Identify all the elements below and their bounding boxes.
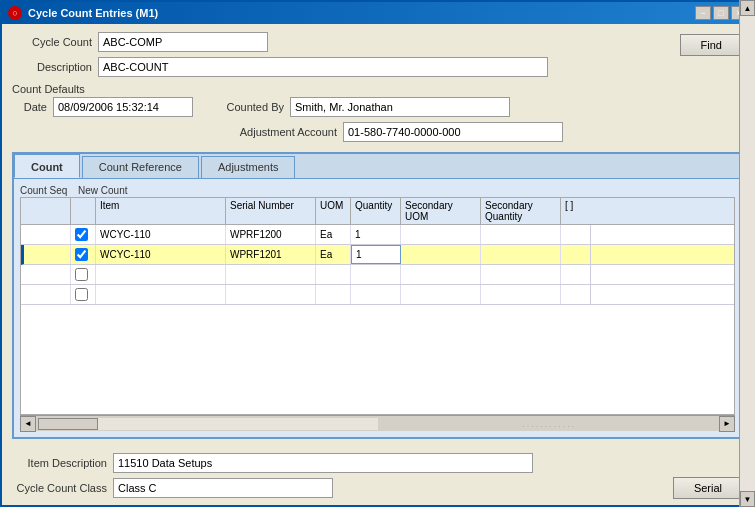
cell-extra-1 — [561, 245, 591, 264]
col-item-header: Item — [96, 198, 226, 224]
col-secuom-header: Secondary UOM — [401, 198, 481, 224]
cell-extra-3 — [561, 285, 591, 304]
item-description-label: Item Description — [12, 457, 107, 469]
date-input[interactable] — [53, 97, 193, 117]
bottom-section: Item Description Cycle Count Class Seria… — [2, 447, 753, 505]
date-label: Date — [12, 101, 47, 113]
cell-serial-1: WPRF1201 — [226, 245, 316, 264]
item-description-row: Item Description — [12, 453, 743, 473]
cell-qty-1[interactable] — [351, 245, 401, 264]
title-bar: ○ Cycle Count Entries (M1) − □ × — [2, 2, 753, 24]
scroll-right-button[interactable]: ► — [719, 416, 735, 432]
cell-secqty-1 — [481, 245, 561, 264]
cycle-count-class-row: Cycle Count Class Serial — [12, 477, 743, 499]
col-serial-header: Serial Number — [226, 198, 316, 224]
cell-seq-1 — [24, 245, 71, 264]
cycle-count-class-input[interactable] — [113, 478, 333, 498]
counted-by-label: Counted By — [209, 101, 284, 113]
cell-item-1: WCYC-110 — [96, 245, 226, 264]
table-row: WCYC-110 WPRF1200 Ea 1 — [21, 225, 734, 245]
table-row: WCYC-110 WPRF1201 Ea — [21, 245, 734, 265]
cell-item-3 — [96, 285, 226, 304]
find-button[interactable]: Find — [680, 34, 743, 56]
description-input[interactable] — [98, 57, 548, 77]
window-title: Cycle Count Entries (M1) — [28, 7, 689, 19]
cell-uom-0: Ea — [316, 225, 351, 244]
row-checkbox-2[interactable] — [75, 268, 88, 281]
cell-check-3[interactable] — [71, 285, 96, 304]
tab-count-content: Count Seq New Count Item Serial Number U… — [14, 179, 741, 437]
main-window: ○ Cycle Count Entries (M1) − □ × Cycle C… — [0, 0, 755, 507]
window-icon: ○ — [8, 6, 22, 20]
adjustment-account-input[interactable] — [343, 122, 563, 142]
count-seq-header: Count Seq — [20, 185, 70, 196]
cycle-count-label: Cycle Count — [12, 36, 92, 48]
counted-by-input[interactable] — [290, 97, 510, 117]
cell-secuom-1 — [401, 245, 481, 264]
cell-qty-2 — [351, 265, 401, 284]
description-label: Description — [12, 61, 92, 73]
cycle-count-class-label: Cycle Count Class — [12, 482, 107, 494]
cell-check-0[interactable] — [71, 225, 96, 244]
scroll-decoration: ............ — [380, 419, 720, 429]
cell-item-2 — [96, 265, 226, 284]
cell-secqty-2 — [481, 265, 561, 284]
h-scroll-track — [38, 418, 378, 430]
cell-qty-0: 1 — [351, 225, 401, 244]
cell-secqty-3 — [481, 285, 561, 304]
table-row — [21, 285, 734, 305]
qty-input-1[interactable] — [356, 249, 396, 260]
horizontal-scrollbar[interactable]: ◄ ............ ► — [20, 415, 735, 431]
cell-serial-2 — [226, 265, 316, 284]
col-qty-header: Quantity — [351, 198, 401, 224]
new-count-header: New Count — [70, 185, 140, 196]
row-checkbox-0[interactable] — [75, 228, 88, 241]
cell-extra-2 — [561, 265, 591, 284]
cell-uom-1: Ea — [316, 245, 351, 264]
maximize-button[interactable]: □ — [713, 6, 729, 20]
cycle-count-input[interactable] — [98, 32, 268, 52]
row-checkbox-3[interactable] — [75, 288, 88, 301]
col-uom-header: UOM — [316, 198, 351, 224]
count-defaults-label: Count Defaults — [12, 83, 743, 95]
description-row: Description — [12, 57, 670, 77]
cell-serial-0: WPRF1200 — [226, 225, 316, 244]
cell-check-2[interactable] — [71, 265, 96, 284]
row-checkbox-1[interactable] — [75, 248, 88, 261]
cell-extra-0 — [561, 225, 591, 244]
cell-seq-3 — [21, 285, 71, 304]
tab-count[interactable]: Count — [14, 154, 80, 178]
cell-secuom-2 — [401, 265, 481, 284]
cell-uom-3 — [316, 285, 351, 304]
counted-by-row: Counted By — [209, 97, 510, 117]
scroll-left-button[interactable]: ◄ — [20, 416, 36, 432]
item-description-input[interactable] — [113, 453, 533, 473]
cell-secuom-0 — [401, 225, 481, 244]
cell-item-0: WCYC-110 — [96, 225, 226, 244]
cell-seq-0 — [21, 225, 71, 244]
cell-check-1[interactable] — [71, 245, 96, 264]
minimize-button[interactable]: − — [695, 6, 711, 20]
h-scroll-thumb[interactable] — [38, 418, 98, 430]
serial-button[interactable]: Serial — [673, 477, 743, 499]
tab-adjustments[interactable]: Adjustments — [201, 156, 296, 178]
col-seq — [21, 198, 71, 224]
date-row: Date — [12, 97, 193, 117]
adjustment-account-row: Adjustment Account — [219, 122, 563, 142]
cycle-count-row: Cycle Count — [12, 32, 670, 52]
cell-qty-3 — [351, 285, 401, 304]
tabs-container: Count Count Reference Adjustments Count … — [12, 152, 743, 439]
tab-count-reference[interactable]: Count Reference — [82, 156, 199, 178]
tab-bar: Count Count Reference Adjustments — [14, 154, 741, 179]
col-secqty-header: Secondary Quantity — [481, 198, 561, 224]
table-row — [21, 265, 734, 285]
col-extra-header: [ ] — [561, 198, 591, 224]
cell-seq-2 — [21, 265, 71, 284]
count-defaults-section: Count Defaults Date Counted By Adjustmen… — [12, 83, 743, 144]
cell-uom-2 — [316, 265, 351, 284]
cell-secuom-3 — [401, 285, 481, 304]
cell-secqty-0 — [481, 225, 561, 244]
cell-serial-3 — [226, 285, 316, 304]
col-check — [71, 198, 96, 224]
main-content: Cycle Count Description Find Count Defau… — [2, 24, 753, 447]
